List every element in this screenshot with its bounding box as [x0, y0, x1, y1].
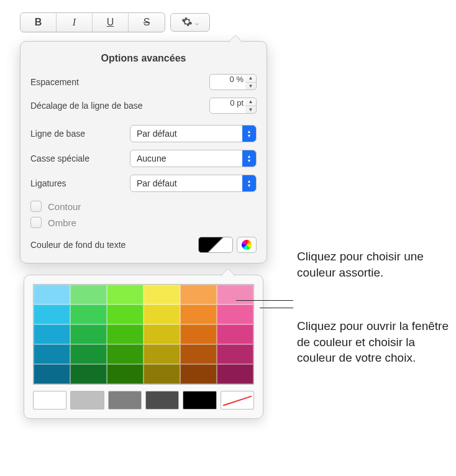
spacing-value[interactable]: 0 %: [209, 74, 248, 90]
palette-color[interactable]: [217, 344, 253, 364]
spacing-stepper[interactable]: 0 % ▲▼: [209, 74, 257, 90]
capitalization-label: Casse spéciale: [30, 153, 89, 163]
palette-color[interactable]: [144, 344, 180, 364]
color-palette-grid: [33, 284, 254, 385]
strikethrough-button[interactable]: S: [129, 13, 165, 32]
color-wheel-icon: [242, 240, 252, 250]
palette-color[interactable]: [70, 344, 107, 364]
palette-color[interactable]: [217, 364, 253, 384]
palette-color[interactable]: [144, 364, 180, 384]
callout-line: [236, 300, 293, 301]
callout-swatch: Cliquez pour choisir une couleur assorti…: [297, 249, 452, 280]
palette-color[interactable]: [34, 285, 70, 304]
palette-color[interactable]: [217, 324, 253, 344]
palette-color[interactable]: [180, 304, 217, 324]
palette-color[interactable]: [70, 364, 107, 384]
spacing-arrows[interactable]: ▲▼: [245, 74, 257, 90]
palette-color[interactable]: [144, 324, 180, 344]
palette-color[interactable]: [107, 364, 144, 384]
bgcolor-swatch-button[interactable]: [198, 237, 233, 253]
palette-color[interactable]: [180, 344, 217, 364]
popover-title: Options avancées: [30, 53, 257, 64]
palette-color[interactable]: [107, 324, 144, 344]
select-arrows-icon: ▲▼: [242, 126, 256, 142]
underline-button[interactable]: U: [93, 13, 129, 32]
baseline-select-value: Par défaut: [137, 129, 177, 139]
baseline-shift-value[interactable]: 0 pt: [209, 98, 248, 114]
palette-color[interactable]: [180, 364, 217, 384]
baseline-shift-arrows[interactable]: ▲▼: [245, 98, 257, 114]
palette-color[interactable]: [34, 324, 70, 344]
callout-wheel: Cliquez pour ouvrir la fenêtre de couleu…: [297, 318, 452, 366]
ligatures-select-value: Par défaut: [137, 178, 177, 188]
ligatures-select[interactable]: Par défaut ▲▼: [130, 175, 257, 192]
palette-color[interactable]: [144, 285, 180, 304]
bgcolor-wheel-button[interactable]: [237, 237, 257, 253]
ligatures-label: Ligatures: [30, 178, 66, 188]
baseline-select[interactable]: Par défaut ▲▼: [130, 125, 257, 142]
palette-color[interactable]: [144, 304, 180, 324]
bgcolor-label: Couleur de fond du texte: [30, 240, 125, 250]
palette-color[interactable]: [107, 285, 144, 304]
palette-gray[interactable]: [33, 391, 66, 410]
shadow-label: Ombre: [48, 217, 76, 228]
select-arrows-icon: ▲▼: [242, 175, 256, 191]
palette-color[interactable]: [107, 344, 144, 364]
palette-color[interactable]: [107, 304, 144, 324]
palette-color[interactable]: [217, 304, 253, 324]
palette-color[interactable]: [34, 304, 70, 324]
color-palette-popover: [24, 275, 263, 419]
palette-color[interactable]: [217, 285, 253, 304]
color-palette-bottom-row: [33, 391, 254, 410]
palette-color[interactable]: [70, 285, 107, 304]
text-style-group: B I U S: [20, 12, 165, 32]
palette-gray[interactable]: [183, 391, 216, 410]
advanced-options-popover: Options avancées Espacement 0 % ▲▼ Décal…: [20, 41, 267, 263]
baseline-label: Ligne de base: [30, 129, 85, 139]
palette-color[interactable]: [70, 324, 107, 344]
palette-color[interactable]: [180, 324, 217, 344]
palette-gray[interactable]: [108, 391, 142, 410]
bold-button[interactable]: B: [21, 13, 57, 32]
palette-gray[interactable]: [70, 391, 104, 410]
select-arrows-icon: ▲▼: [242, 150, 256, 167]
palette-gray[interactable]: [145, 391, 179, 410]
callout-line: [260, 308, 293, 308]
outline-checkbox[interactable]: [30, 201, 42, 212]
format-toolbar: B I U S ⌵: [20, 12, 267, 32]
gear-icon: [181, 16, 193, 29]
shadow-checkbox[interactable]: [30, 217, 42, 228]
baseline-shift-label: Décalage de la ligne de base: [30, 101, 143, 111]
advanced-options-button[interactable]: ⌵: [170, 13, 210, 32]
baseline-shift-stepper[interactable]: 0 pt ▲▼: [209, 98, 257, 114]
palette-color[interactable]: [34, 344, 70, 364]
chevron-down-icon: ⌵: [195, 19, 199, 26]
spacing-label: Espacement: [30, 77, 79, 87]
capitalization-select-value: Aucune: [137, 153, 166, 163]
palette-color[interactable]: [34, 364, 70, 384]
capitalization-select[interactable]: Aucune ▲▼: [130, 150, 257, 167]
italic-button[interactable]: I: [57, 13, 93, 32]
outline-label: Contour: [48, 201, 81, 212]
palette-no-fill[interactable]: [221, 391, 254, 410]
palette-color[interactable]: [70, 304, 107, 324]
palette-color[interactable]: [180, 285, 217, 304]
